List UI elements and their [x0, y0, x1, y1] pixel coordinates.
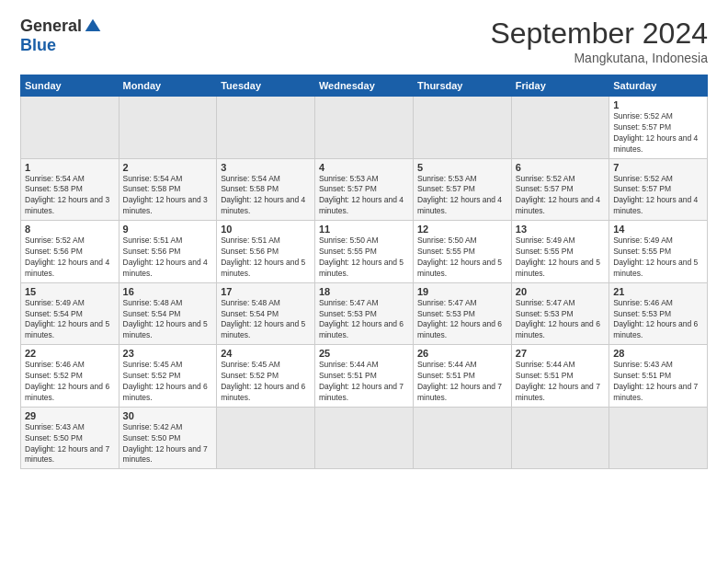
table-row: 19Sunrise: 5:47 AMSunset: 5:53 PMDayligh… [413, 282, 511, 345]
logo-general-text: General [20, 17, 82, 36]
col-sunday: Sunday [21, 75, 119, 97]
table-row: 4Sunrise: 5:53 AMSunset: 5:57 PMDaylight… [314, 158, 413, 221]
day-info: Sunrise: 5:43 AMSunset: 5:50 PMDaylight:… [25, 422, 115, 466]
col-friday: Friday [511, 75, 609, 97]
day-info: Sunrise: 5:52 AMSunset: 5:56 PMDaylight:… [25, 236, 115, 280]
table-row [511, 407, 609, 469]
day-number: 1 [613, 99, 703, 110]
calendar-week-row: 8Sunrise: 5:52 AMSunset: 5:56 PMDaylight… [21, 221, 708, 283]
table-row: 12Sunrise: 5:50 AMSunset: 5:55 PMDayligh… [413, 221, 511, 283]
table-row: 24Sunrise: 5:45 AMSunset: 5:52 PMDayligh… [217, 345, 315, 408]
day-info: Sunrise: 5:53 AMSunset: 5:57 PMDaylight:… [417, 174, 507, 218]
table-row: 23Sunrise: 5:45 AMSunset: 5:52 PMDayligh… [119, 345, 217, 408]
day-number: 12 [417, 224, 507, 235]
day-number: 27 [516, 348, 605, 359]
table-row [413, 97, 511, 159]
table-row [21, 97, 119, 159]
table-row: 26Sunrise: 5:44 AMSunset: 5:51 PMDayligh… [413, 345, 511, 408]
calendar-table: Sunday Monday Tuesday Wednesday Thursday… [20, 75, 708, 469]
day-number: 30 [123, 410, 213, 421]
day-number: 10 [221, 224, 311, 235]
table-row: 1Sunrise: 5:52 AMSunset: 5:57 PMDaylight… [609, 97, 708, 159]
col-saturday: Saturday [609, 75, 708, 97]
col-thursday: Thursday [413, 75, 511, 97]
day-number: 2 [123, 162, 213, 173]
table-row [314, 97, 413, 159]
day-info: Sunrise: 5:49 AMSunset: 5:55 PMDaylight:… [613, 236, 703, 280]
day-number: 1 [25, 162, 115, 173]
table-row: 2Sunrise: 5:54 AMSunset: 5:58 PMDaylight… [119, 158, 217, 221]
day-number: 3 [221, 162, 311, 173]
day-info: Sunrise: 5:51 AMSunset: 5:56 PMDaylight:… [221, 236, 311, 280]
table-row: 20Sunrise: 5:47 AMSunset: 5:53 PMDayligh… [511, 282, 609, 345]
day-number: 4 [319, 162, 409, 173]
day-number: 18 [319, 286, 409, 297]
day-info: Sunrise: 5:44 AMSunset: 5:51 PMDaylight:… [319, 360, 409, 404]
page: General Blue September 2024 Mangkutana, … [0, 0, 728, 563]
day-info: Sunrise: 5:50 AMSunset: 5:55 PMDaylight:… [417, 236, 507, 280]
day-number: 11 [319, 224, 409, 235]
day-number: 7 [613, 162, 703, 173]
logo-blue-text: Blue [20, 36, 56, 55]
day-info: Sunrise: 5:52 AMSunset: 5:57 PMDaylight:… [613, 111, 703, 155]
table-row: 6Sunrise: 5:52 AMSunset: 5:57 PMDaylight… [511, 158, 609, 221]
table-row: 7Sunrise: 5:52 AMSunset: 5:57 PMDaylight… [609, 158, 708, 221]
day-info: Sunrise: 5:47 AMSunset: 5:53 PMDaylight:… [319, 298, 409, 342]
table-row: 29Sunrise: 5:43 AMSunset: 5:50 PMDayligh… [21, 407, 119, 469]
month-title: September 2024 [490, 17, 708, 51]
day-info: Sunrise: 5:44 AMSunset: 5:51 PMDaylight:… [516, 360, 605, 404]
logo: General Blue [20, 17, 102, 55]
day-number: 8 [25, 224, 115, 235]
table-row: 25Sunrise: 5:44 AMSunset: 5:51 PMDayligh… [314, 345, 413, 408]
table-row [413, 407, 511, 469]
calendar-header-row: Sunday Monday Tuesday Wednesday Thursday… [21, 75, 708, 97]
svg-marker-0 [85, 18, 101, 30]
day-info: Sunrise: 5:52 AMSunset: 5:57 PMDaylight:… [516, 174, 605, 218]
table-row: 28Sunrise: 5:43 AMSunset: 5:51 PMDayligh… [609, 345, 708, 408]
calendar-week-row: 22Sunrise: 5:46 AMSunset: 5:52 PMDayligh… [21, 345, 708, 408]
table-row: 18Sunrise: 5:47 AMSunset: 5:53 PMDayligh… [314, 282, 413, 345]
day-number: 15 [25, 286, 115, 297]
day-number: 23 [123, 348, 213, 359]
day-number: 26 [417, 348, 507, 359]
table-row: 27Sunrise: 5:44 AMSunset: 5:51 PMDayligh… [511, 345, 609, 408]
table-row: 16Sunrise: 5:48 AMSunset: 5:54 PMDayligh… [119, 282, 217, 345]
table-row: 8Sunrise: 5:52 AMSunset: 5:56 PMDaylight… [21, 221, 119, 283]
title-section: September 2024 Mangkutana, Indonesia [490, 17, 708, 65]
day-info: Sunrise: 5:49 AMSunset: 5:54 PMDaylight:… [25, 298, 115, 342]
day-number: 29 [25, 410, 115, 421]
table-row: 22Sunrise: 5:46 AMSunset: 5:52 PMDayligh… [21, 345, 119, 408]
day-number: 28 [613, 348, 703, 359]
day-info: Sunrise: 5:44 AMSunset: 5:51 PMDaylight:… [417, 360, 507, 404]
day-number: 5 [417, 162, 507, 173]
location: Mangkutana, Indonesia [490, 51, 708, 65]
table-row [314, 407, 413, 469]
day-info: Sunrise: 5:47 AMSunset: 5:53 PMDaylight:… [516, 298, 605, 342]
day-info: Sunrise: 5:52 AMSunset: 5:57 PMDaylight:… [613, 174, 703, 218]
table-row: 14Sunrise: 5:49 AMSunset: 5:55 PMDayligh… [609, 221, 708, 283]
table-row [511, 97, 609, 159]
table-row: 13Sunrise: 5:49 AMSunset: 5:55 PMDayligh… [511, 221, 609, 283]
day-info: Sunrise: 5:47 AMSunset: 5:53 PMDaylight:… [417, 298, 507, 342]
table-row: 30Sunrise: 5:42 AMSunset: 5:50 PMDayligh… [119, 407, 217, 469]
day-number: 6 [516, 162, 605, 173]
table-row: 15Sunrise: 5:49 AMSunset: 5:54 PMDayligh… [21, 282, 119, 345]
header: General Blue September 2024 Mangkutana, … [20, 17, 708, 65]
calendar-week-row: 15Sunrise: 5:49 AMSunset: 5:54 PMDayligh… [21, 282, 708, 345]
day-info: Sunrise: 5:45 AMSunset: 5:52 PMDaylight:… [123, 360, 213, 404]
day-info: Sunrise: 5:54 AMSunset: 5:58 PMDaylight:… [221, 174, 311, 218]
day-info: Sunrise: 5:54 AMSunset: 5:58 PMDaylight:… [123, 174, 213, 218]
table-row: 5Sunrise: 5:53 AMSunset: 5:57 PMDaylight… [413, 158, 511, 221]
day-info: Sunrise: 5:54 AMSunset: 5:58 PMDaylight:… [25, 174, 115, 218]
day-info: Sunrise: 5:48 AMSunset: 5:54 PMDaylight:… [221, 298, 311, 342]
logo-icon [84, 17, 102, 36]
table-row: 1Sunrise: 5:54 AMSunset: 5:58 PMDaylight… [21, 158, 119, 221]
day-number: 9 [123, 224, 213, 235]
day-number: 25 [319, 348, 409, 359]
day-info: Sunrise: 5:53 AMSunset: 5:57 PMDaylight:… [319, 174, 409, 218]
day-number: 21 [613, 286, 703, 297]
col-tuesday: Tuesday [217, 75, 315, 97]
table-row [609, 407, 708, 469]
table-row: 3Sunrise: 5:54 AMSunset: 5:58 PMDaylight… [217, 158, 315, 221]
table-row: 9Sunrise: 5:51 AMSunset: 5:56 PMDaylight… [119, 221, 217, 283]
